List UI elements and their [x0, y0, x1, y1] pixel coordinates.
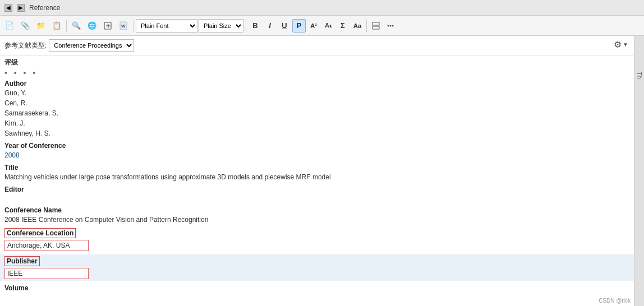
title-label: Title — [4, 164, 629, 171]
layout1-button[interactable] — [369, 19, 383, 33]
window-title: Reference — [29, 4, 60, 12]
ref-type-selector[interactable]: Conference Proceedings — [49, 39, 134, 52]
svg-rect-4 — [372, 22, 379, 25]
svg-point-6 — [388, 25, 389, 26]
ref-type-label: 参考文献类型: — [4, 41, 47, 50]
toolbar: 📄 📎 📁 📋 🔍 🌐 W Plain Font Plain Size B I … — [0, 16, 644, 36]
author-value-2: Cen, R. — [4, 98, 629, 108]
note-icon[interactable]: 📋 — [49, 18, 64, 33]
italic-button[interactable]: I — [263, 19, 277, 33]
svg-point-7 — [390, 25, 392, 26]
sigma-button[interactable]: Σ — [336, 19, 349, 33]
globe-icon[interactable]: 🌐 — [85, 18, 99, 33]
title-bar: ◀ ▶ Reference — [0, 0, 644, 16]
size-selector[interactable]: Plain Size — [199, 19, 243, 33]
gear-icon[interactable]: ⚙ — [614, 39, 622, 50]
underline-button[interactable]: U — [278, 19, 291, 33]
new-icon[interactable]: 📄 — [2, 18, 17, 33]
svg-rect-5 — [372, 26, 379, 29]
aa-button[interactable]: Aa — [351, 19, 364, 33]
conference-name-value: 2008 IEEE Conference on Computer Vision … — [4, 215, 629, 225]
volume-value — [4, 293, 629, 302]
editor-field: Editor — [4, 186, 629, 203]
sep3 — [246, 20, 246, 32]
right-sidebar: Th — [634, 36, 644, 306]
ref-type-bar: 参考文献类型: Conference Proceedings — [0, 36, 634, 55]
author-value-5: Sawhney, H. S. — [4, 128, 629, 138]
year-field: Year of Conference 2008 — [4, 142, 629, 160]
title-field: Title Matching vehicles under large pose… — [4, 164, 629, 182]
publisher-input[interactable]: IEEE — [4, 268, 89, 279]
volume-label: Volume — [4, 284, 629, 292]
sep2 — [133, 20, 134, 32]
reference-panel: ⚙ ▼ 参考文献类型: Conference Proceedings 评级 • … — [0, 36, 634, 306]
th-text: Th — [636, 72, 643, 79]
conference-location-label: Conference Location — [4, 228, 76, 238]
font-selector[interactable]: Plain Font — [136, 19, 197, 33]
sep4 — [366, 20, 367, 32]
conference-location-input[interactable]: Anchorage, AK, USA — [4, 240, 89, 251]
rating-label: 评级 — [4, 58, 629, 67]
title-value: Matching vehicles under large pose trans… — [4, 172, 629, 182]
rating-dots[interactable]: • • • • — [4, 68, 629, 77]
subscript-button[interactable]: A₁ — [321, 19, 335, 33]
fields-area: Author Guo, Y. Cen, R. Samarasekera, S. … — [0, 80, 634, 306]
forward-button[interactable]: ▶ — [17, 4, 25, 12]
paragraph-button[interactable]: P — [292, 19, 306, 33]
svg-text:W: W — [121, 24, 126, 29]
sep1 — [66, 20, 67, 32]
dropdown-arrow-icon[interactable]: ▼ — [623, 41, 628, 48]
layout2-button[interactable] — [384, 19, 397, 33]
author-value-1: Guo, Y. — [4, 88, 629, 98]
back-button[interactable]: ◀ — [4, 4, 12, 12]
attachment-icon[interactable]: 📎 — [18, 18, 33, 33]
rating-section: 评级 • • • • — [0, 55, 634, 80]
conference-name-field: Conference Name 2008 IEEE Conference on … — [4, 206, 629, 225]
search-icon[interactable]: 🔍 — [69, 18, 84, 33]
main-area: ⚙ ▼ 参考文献类型: Conference Proceedings 评级 • … — [0, 36, 644, 306]
word-icon[interactable]: W — [116, 18, 131, 33]
author-value-4: Kim, J. — [4, 118, 629, 128]
conference-name-label: Conference Name — [4, 206, 629, 214]
year-value: 2008 — [4, 150, 629, 160]
year-label: Year of Conference — [4, 142, 629, 150]
volume-field: Volume — [4, 284, 629, 302]
conference-location-field: Conference Location Anchorage, AK, USA — [4, 228, 629, 251]
author-value-3: Samarasekera, S. — [4, 108, 629, 118]
settings-area[interactable]: ⚙ ▼ — [614, 39, 628, 50]
publisher-label: Publisher — [4, 256, 40, 266]
editor-label: Editor — [4, 186, 629, 193]
bold-button[interactable]: B — [249, 19, 262, 33]
author-label: Author — [4, 80, 629, 87]
superscript-button[interactable]: A¹ — [307, 19, 320, 33]
publisher-field: Publisher IEEE — [0, 254, 634, 281]
export-icon[interactable] — [100, 18, 115, 33]
svg-point-8 — [392, 25, 394, 26]
watermark: CSDN @rick — [599, 298, 631, 304]
folder-icon[interactable]: 📁 — [34, 18, 48, 33]
author-field: Author Guo, Y. Cen, R. Samarasekera, S. … — [4, 80, 629, 138]
editor-value — [4, 194, 629, 203]
